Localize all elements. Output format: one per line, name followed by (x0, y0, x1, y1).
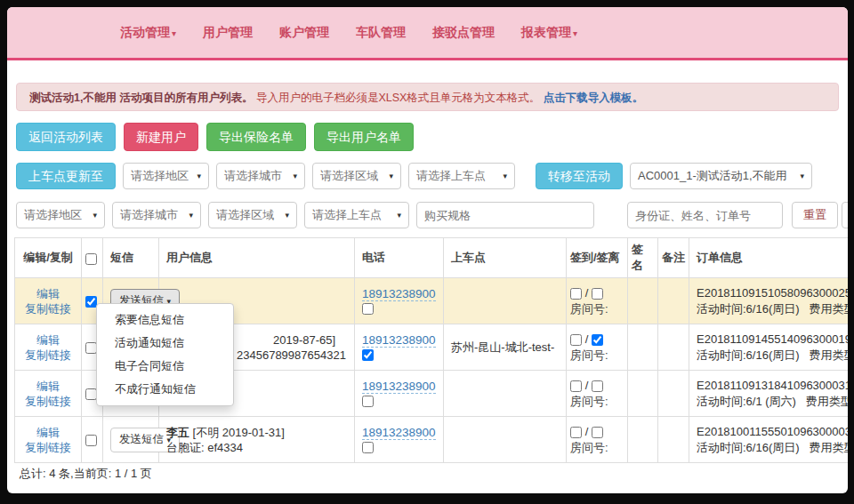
copy-link[interactable]: 复制链接 (22, 301, 74, 316)
download-template-link[interactable]: 点击下载导入模板。 (544, 92, 644, 104)
nav-fleet-management[interactable]: 车队管理 (356, 25, 406, 41)
edit-link[interactable]: 编辑 (22, 425, 74, 440)
caret-down-icon: ▾ (285, 211, 289, 220)
nav-pickup-point-management[interactable]: 接驳点管理 (432, 25, 495, 41)
nav-user-management[interactable]: 用户管理 (203, 25, 253, 41)
caret-down-icon: ▾ (197, 172, 201, 180)
checkout-checkbox[interactable] (592, 380, 603, 392)
phone-link[interactable]: 18913238900 (362, 426, 436, 440)
alert-title: 测试活动1,不能用 活动项目的所有用户列表。 (29, 92, 253, 104)
new-user-button[interactable]: 新建用户 (124, 123, 198, 151)
col-order-info: 订单信息 (689, 238, 849, 278)
col-checkin-checkout: 签到/签离 (567, 238, 628, 278)
filter-button[interactable]: 过滤 (842, 202, 848, 228)
city-filter-select[interactable]: 请选择城市▾ (112, 202, 201, 228)
note-cell (658, 371, 689, 417)
checkin-checkbox[interactable] (570, 334, 582, 346)
note-cell (658, 278, 689, 324)
caret-down-icon: ▾ (573, 28, 577, 38)
export-user-list-button[interactable]: 导出用户名单 (314, 123, 414, 151)
edit-link[interactable]: 编辑 (22, 332, 74, 348)
phone-checkbox[interactable] (362, 349, 374, 361)
signature-cell (628, 278, 658, 324)
copy-link[interactable]: 复制链接 (22, 394, 74, 409)
col-signature: 签名 (628, 238, 658, 278)
app-window: 活动管理▾ 用户管理 账户管理 车队管理 接驳点管理 报表管理▾ 测试活动1,不… (7, 7, 848, 493)
pickup-cell (444, 371, 567, 417)
row-checkbox[interactable] (85, 435, 97, 446)
city-select[interactable]: 请选择城市▾ (216, 163, 305, 189)
phone-link[interactable]: 18913238900 (362, 287, 436, 301)
reset-button[interactable]: 重置 (792, 202, 838, 228)
order-number: E20181109131841096300031 (697, 378, 848, 394)
menu-item-cancel-notice-sms[interactable]: 不成行通知短信 (97, 378, 233, 401)
checkout-checkbox[interactable] (592, 427, 603, 438)
update-pickup-point-button[interactable]: 上车点更新至 (16, 163, 116, 189)
phone-link[interactable]: 18913238900 (362, 333, 436, 348)
activity-select[interactable]: AC0001_1-测试活动1,不能用▾ (630, 163, 812, 189)
nav-report-management[interactable]: 报表管理▾ (521, 25, 577, 41)
order-number: E20181001155501096300003 (697, 424, 848, 440)
action-bar: 返回活动列表 新建用户 导出保险名单 导出用户名单 (16, 123, 414, 151)
checkout-checkbox[interactable] (592, 334, 603, 346)
col-select-all (82, 238, 103, 278)
menu-item-request-info-sms[interactable]: 索要信息短信 (97, 308, 233, 332)
order-meta: 活动时间:6/16(周日) 费用类型 (697, 301, 848, 317)
pickup-cell: 苏州-昆山-城北-test- (444, 324, 567, 371)
order-meta: 活动时间:6/1 (周六) 费用类型 (697, 394, 848, 410)
page-alert: 测试活动1,不能用 活动项目的所有用户列表。 导入用户的电子档必须是XLSX格式… (16, 83, 839, 111)
copy-link[interactable]: 复制链接 (22, 348, 74, 363)
phone-checkbox[interactable] (362, 442, 374, 453)
nav-account-management[interactable]: 账户管理 (279, 25, 329, 41)
checkin-checkbox[interactable] (570, 288, 582, 300)
caret-down-icon: ▾ (172, 28, 176, 38)
purchase-spec-input[interactable] (416, 202, 594, 228)
phone-checkbox[interactable] (362, 303, 374, 315)
copy-link[interactable]: 复制链接 (22, 440, 74, 455)
pickup-cell (444, 278, 567, 324)
col-sms: 短信 (103, 238, 159, 278)
phone-checkbox[interactable] (362, 396, 374, 407)
sms-dropdown-menu: 索要信息短信 活动通知短信 电子合同短信 不成行通知短信 (96, 303, 234, 406)
pickup-update-toolbar: 上车点更新至 请选择地区▾ 请选择城市▾ 请选择区域▾ 请选择上车点▾ 转移至活… (16, 163, 812, 189)
caret-down-icon: ▾ (503, 172, 507, 180)
export-insurance-list-button[interactable]: 导出保险名单 (206, 123, 306, 151)
order-meta: 活动时间:6/16(周日) 费用类型 (697, 440, 848, 456)
pickup-point-select[interactable]: 请选择上车点▾ (408, 163, 515, 189)
phone-link[interactable]: 18913238900 (362, 380, 436, 394)
signature-cell (628, 371, 658, 417)
region-select[interactable]: 请选择地区▾ (123, 163, 209, 189)
top-navbar: 活动管理▾ 用户管理 账户管理 车队管理 接驳点管理 报表管理▾ (7, 7, 848, 60)
checkin-checkbox[interactable] (570, 380, 582, 392)
pickup-cell (444, 417, 567, 463)
room-number-label: 房间号: (570, 440, 624, 456)
col-phone: 电话 (355, 238, 444, 278)
checkin-checkbox[interactable] (570, 427, 582, 438)
col-note: 备注 (658, 238, 689, 278)
edit-link[interactable]: 编辑 (22, 379, 74, 394)
signature-cell (628, 417, 658, 463)
checkout-checkbox[interactable] (592, 288, 603, 300)
region-filter-select[interactable]: 请选择地区▾ (16, 202, 105, 228)
room-number-label: 房间号: (570, 394, 624, 410)
district-filter-select[interactable]: 请选择区域▾ (208, 202, 297, 228)
room-number-label: 房间号: (570, 348, 624, 364)
note-cell (658, 417, 689, 463)
order-meta: 活动时间:6/16(周日) 费用类型 (697, 348, 848, 364)
select-all-checkbox[interactable] (85, 253, 97, 265)
alert-message: 导入用户的电子档必须是XLSX格式且单元格为文本格式。 (256, 92, 540, 104)
search-filter-toolbar: 请选择地区▾ 请选择城市▾ 请选择区域▾ 请选择上车点▾ 重置 过滤 (16, 202, 848, 228)
district-select[interactable]: 请选择区域▾ (312, 163, 401, 189)
order-number: E20181109151058096300025 (697, 285, 848, 301)
caret-down-icon: ▾ (800, 172, 804, 180)
nav-activity-management[interactable]: 活动管理▾ (120, 25, 176, 41)
edit-link[interactable]: 编辑 (22, 286, 74, 301)
back-to-activity-list-button[interactable]: 返回活动列表 (16, 123, 116, 151)
pickup-point-filter-select[interactable]: 请选择上车点▾ (304, 202, 409, 228)
menu-item-econtract-sms[interactable]: 电子合同短信 (97, 355, 233, 378)
search-input[interactable] (627, 202, 783, 228)
menu-item-activity-notice-sms[interactable]: 活动通知短信 (97, 332, 233, 355)
transfer-to-activity-button[interactable]: 转移至活动 (536, 163, 623, 189)
note-cell (658, 324, 689, 371)
col-user-info: 用户信息 (159, 238, 355, 278)
